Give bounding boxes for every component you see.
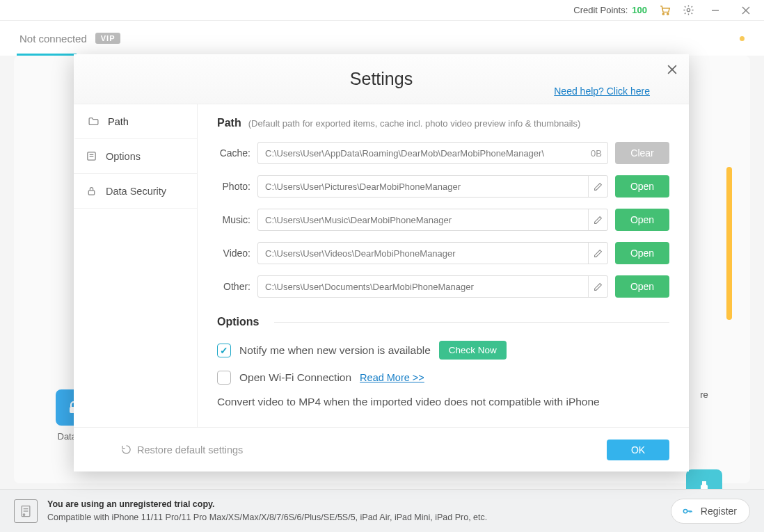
restore-defaults[interactable]: Restore default settings: [121, 444, 243, 456]
convert-text: Convert video to MP4 when the imported v…: [217, 396, 669, 408]
divider: [274, 322, 669, 323]
cache-input-wrap: 0B: [257, 142, 608, 164]
svg-rect-19: [87, 152, 95, 160]
settings-sidebar: Path Options Data Security: [74, 104, 198, 427]
key-icon: [681, 505, 694, 517]
modal-body: Path Options Data Security Path (Default…: [74, 104, 689, 427]
sidebar-label: Path: [108, 116, 129, 127]
restore-label: Restore default settings: [137, 444, 243, 456]
cart-icon[interactable]: [658, 4, 671, 17]
connection-status: Not connected: [19, 33, 87, 45]
open-button[interactable]: Open: [615, 175, 669, 198]
sidebar-item-options[interactable]: Options: [74, 139, 197, 174]
read-more-link[interactable]: Read More >>: [360, 372, 424, 383]
video-input[interactable]: [258, 248, 588, 259]
gear-icon[interactable]: [682, 4, 694, 17]
other-row: Other: Open: [217, 275, 669, 298]
notify-label: Notify me when new version is available: [239, 344, 431, 357]
cache-label: Cache:: [217, 147, 250, 159]
other-input-wrap: [257, 275, 608, 298]
photo-row: Photo: Open: [217, 175, 669, 198]
minimize-button[interactable]: [706, 1, 725, 20]
trial-banner: You are using an unregistered trial copy…: [0, 489, 764, 532]
modal-footer: Restore default settings OK: [74, 427, 689, 471]
svg-rect-7: [702, 481, 706, 485]
wifi-label: Open Wi-Fi Connection: [239, 371, 351, 384]
other-label: Other:: [217, 281, 250, 292]
sidebar-item-path[interactable]: Path: [74, 104, 197, 139]
clear-button[interactable]: Clear: [615, 142, 669, 164]
modal-header: Settings Need help? Click here: [74, 54, 689, 104]
svg-point-13: [683, 509, 687, 513]
svg-point-0: [662, 13, 664, 15]
video-label: Video:: [217, 248, 250, 259]
sidebar-item-security[interactable]: Data Security: [74, 174, 197, 209]
credit-points: Credit Points: 100: [573, 5, 647, 15]
music-label: Music:: [217, 214, 250, 225]
options-icon: [85, 150, 97, 163]
pencil-icon[interactable]: [588, 209, 607, 230]
wifi-row: Open Wi-Fi Connection Read More >>: [217, 371, 669, 385]
banner-line2: Compatible with iPhone 11/11 Pro/11 Pro …: [47, 511, 661, 524]
other-input[interactable]: [258, 282, 588, 292]
svg-rect-22: [88, 191, 95, 195]
settings-modal: Settings Need help? Click here Path Opti…: [74, 54, 689, 471]
close-icon[interactable]: [665, 63, 679, 76]
credit-value: 100: [632, 5, 647, 15]
banner-text: You are using an unregistered trial copy…: [47, 498, 661, 524]
options-section-header: Options: [217, 316, 669, 328]
lock-icon: [85, 185, 97, 198]
register-label: Register: [701, 506, 737, 517]
vip-badge: VIP: [95, 33, 121, 44]
restore-icon: [121, 444, 132, 455]
sidebar-label: Options: [106, 151, 141, 162]
close-window-button[interactable]: [736, 1, 756, 20]
options-title: Options: [217, 316, 259, 328]
register-button[interactable]: Register: [671, 499, 750, 524]
cache-input[interactable]: [258, 148, 585, 159]
svg-point-2: [687, 8, 690, 11]
open-button[interactable]: Open: [615, 242, 669, 264]
path-title: Path: [217, 117, 241, 129]
photo-label: Photo:: [217, 181, 250, 192]
status-bar: Not connected VIP: [0, 21, 764, 56]
banner-line1: You are using an unregistered trial copy…: [47, 498, 661, 511]
svg-point-1: [667, 13, 668, 15]
pencil-icon[interactable]: [588, 176, 607, 197]
path-section-header: Path (Default path for exported items, c…: [217, 117, 669, 129]
pencil-icon[interactable]: [588, 243, 607, 264]
pencil-icon[interactable]: [588, 276, 607, 297]
notify-row: Notify me when new version is available …: [217, 341, 669, 360]
music-input-wrap: [257, 209, 608, 231]
check-now-button[interactable]: Check Now: [439, 341, 507, 360]
open-button[interactable]: Open: [615, 209, 669, 231]
cache-row: Cache: 0B Clear: [217, 142, 669, 164]
cache-size: 0B: [585, 148, 607, 159]
sidebar-label: Data Security: [106, 186, 166, 197]
svg-point-10: [23, 513, 25, 515]
modal-title: Settings: [350, 69, 413, 89]
video-row: Video: Open: [217, 242, 669, 264]
photo-input-wrap: [257, 175, 608, 198]
notification-dot: [740, 36, 745, 41]
credit-label: Credit Points:: [573, 5, 628, 15]
accent-bar: [726, 167, 732, 320]
video-input-wrap: [257, 242, 608, 264]
folder-icon: [87, 115, 100, 128]
music-row: Music: Open: [217, 209, 669, 231]
ok-button[interactable]: OK: [607, 440, 669, 460]
photo-input[interactable]: [258, 182, 588, 192]
wifi-checkbox[interactable]: [217, 371, 231, 385]
window-titlebar: Credit Points: 100: [0, 0, 764, 21]
notify-checkbox[interactable]: [217, 344, 231, 357]
document-icon: [14, 499, 38, 523]
music-input[interactable]: [258, 215, 588, 225]
open-button[interactable]: Open: [615, 275, 669, 298]
path-subtitle: (Default path for exported items, cache …: [248, 118, 581, 129]
settings-content: Path (Default path for exported items, c…: [198, 104, 689, 427]
help-link[interactable]: Need help? Click here: [554, 86, 650, 97]
